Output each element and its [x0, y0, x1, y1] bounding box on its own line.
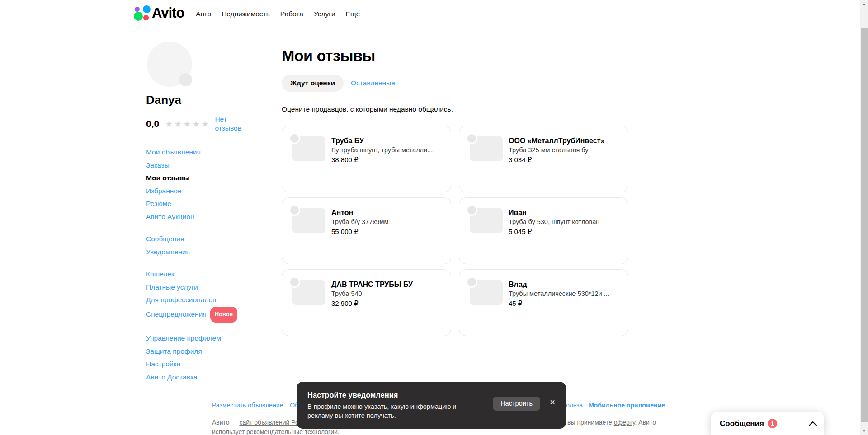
nav-item-auto[interactable]: Авто	[196, 10, 211, 18]
sidebar-menu: Мои объявления Заказы Мои отзывы Избранн…	[146, 146, 255, 384]
avatar[interactable]	[147, 42, 192, 87]
avito-logo-icon	[134, 5, 151, 22]
seller-avatar-icon	[466, 205, 477, 216]
seller-name: Антон	[331, 208, 388, 217]
sidebar-item-settings[interactable]: Настройки	[146, 358, 255, 371]
scrollbar-thumb[interactable]	[861, 28, 868, 422]
item-thumbnail	[470, 280, 503, 305]
sidebar-item-profile-management[interactable]: Управление профилем	[146, 332, 255, 345]
review-cards-grid: Труба БУБу труба шпунт, трубы металли...…	[282, 126, 630, 336]
legal-text: использует	[212, 428, 246, 435]
no-reviews-link[interactable]: Нет отзывов	[215, 115, 247, 133]
sidebar-item-notifications[interactable]: Уведомления	[146, 246, 255, 259]
seller-name: ДАВ ТРАНС ТРУБЫ БУ	[331, 280, 413, 289]
avito-logo[interactable]: Avito	[134, 5, 184, 22]
legal-link-offer[interactable]: оферту	[614, 419, 635, 426]
review-card[interactable]: ИванТруба бу 530, шпунт котлован5 045 ₽	[459, 197, 628, 264]
item-price: 55 000 ₽	[331, 227, 388, 236]
sidebar-item-for-professionals[interactable]: Для профессионалов	[146, 294, 255, 307]
item-price: 32 900 ₽	[331, 299, 413, 308]
item-description: Труба 325 мм стальная бу	[509, 146, 604, 154]
toast-configure-button[interactable]: Настроить	[493, 397, 540, 411]
toast-body: В профиле можно указать, какую информаци…	[307, 402, 463, 420]
seller-avatar-icon	[466, 276, 477, 288]
sidebar-item-favorites[interactable]: Избранное	[146, 185, 255, 198]
footer-link-safety[interactable]: ольза	[566, 402, 583, 409]
seller-name: Труба БУ	[331, 136, 433, 145]
sidebar-item-orders[interactable]: Заказы	[146, 159, 255, 172]
sidebar-divider	[146, 263, 255, 263]
legal-link-recommendation-tech[interactable]: рекомендательные технологии	[246, 428, 338, 435]
item-thumbnail	[470, 208, 503, 233]
sidebar-item-profile-protection[interactable]: Защита профиля	[146, 345, 255, 358]
sidebar-item-label: Спецпредложения	[146, 310, 207, 318]
legal-text: .	[338, 428, 340, 435]
seller-avatar-icon	[466, 133, 477, 144]
footer-legal-right: вы принимаете оферту. Авито	[567, 418, 656, 427]
footer-link-mobile-app[interactable]: Мобильное приложение	[589, 402, 665, 409]
footer-links-right: ольза Мобильное приложение	[566, 402, 665, 409]
item-thumbnail	[292, 280, 326, 305]
subtitle: Оцените продавцов, с которыми недавно об…	[282, 105, 630, 113]
main-content: Мои отзывы Ждут оценки Оставленные Оцени…	[282, 0, 630, 336]
item-price: 3 034 ₽	[509, 155, 604, 164]
tab-awaiting-rating[interactable]: Ждут оценки	[282, 75, 344, 92]
sidebar-divider	[146, 228, 255, 228]
scrollbar[interactable]: ▲ ▼	[860, 0, 868, 435]
messenger-widget[interactable]: Сообщения 1	[711, 412, 824, 435]
unread-count-badge: 1	[768, 419, 777, 428]
avatar-status-icon	[179, 73, 192, 86]
sidebar-item-delivery[interactable]: Авито Доставка	[146, 371, 255, 384]
legal-text: . Авито	[635, 419, 656, 426]
review-card[interactable]: АнтонТруба б/у 377х9мм55 000 ₽	[282, 197, 451, 264]
item-thumbnail	[470, 136, 503, 161]
legal-text: Авито —	[212, 419, 239, 426]
item-description: Трубы металлические 530*12и ...	[509, 290, 609, 298]
notifications-toast: Настройте уведомления В профиле можно ук…	[297, 382, 566, 429]
tab-left-reviews[interactable]: Оставленные	[349, 75, 397, 92]
logo-text: Avito	[152, 5, 184, 21]
review-card[interactable]: ВладТрубы металлические 530*12и ...45 ₽	[459, 269, 628, 336]
page-title: Мои отзывы	[282, 47, 630, 64]
seller-name: Иван	[509, 208, 599, 217]
profile-sidebar: Danya 0,0 ★★★★★ Нет отзывов Мои объявлен…	[146, 42, 255, 384]
rating-row: 0,0 ★★★★★ Нет отзывов	[146, 115, 255, 133]
item-description: Труба бу 530, шпунт котлован	[509, 218, 599, 226]
review-card[interactable]: ДАВ ТРАНС ТРУБЫ БУТруба 54032 900 ₽	[282, 269, 451, 336]
chevron-up-icon[interactable]	[808, 421, 817, 426]
sidebar-item-auction[interactable]: Авито Аукцион	[146, 210, 255, 224]
review-card[interactable]: Труба БУБу труба шпунт, трубы металли...…	[282, 126, 451, 192]
seller-name: Влад	[509, 280, 609, 289]
review-card[interactable]: ООО «МеталлТрубИнвест»Труба 325 мм сталь…	[459, 126, 628, 192]
nav-item-realty[interactable]: Недвижимость	[222, 10, 270, 18]
sidebar-item-resume[interactable]: Резюме	[146, 197, 255, 210]
item-description: Труба 540	[331, 290, 413, 298]
scroll-down-arrow-icon[interactable]: ▼	[860, 427, 868, 435]
close-icon[interactable]: ×	[546, 395, 559, 409]
sidebar-item-paid-services[interactable]: Платные услуги	[146, 281, 255, 294]
rating-stars-icon: ★★★★★	[165, 119, 210, 129]
item-thumbnail	[292, 208, 326, 233]
sidebar-divider	[146, 327, 255, 327]
scroll-up-arrow-icon[interactable]: ▲	[860, 0, 868, 8]
item-price: 45 ₽	[509, 299, 609, 308]
sidebar-item-messages[interactable]: Сообщения	[146, 233, 255, 246]
seller-avatar-icon	[289, 133, 300, 144]
sidebar-item-special-offers[interactable]: СпецпредложенияНовое	[146, 307, 255, 323]
item-thumbnail	[292, 136, 326, 161]
sidebar-item-my-reviews[interactable]: Мои отзывы	[146, 172, 255, 185]
footer-link-post-ad[interactable]: Разместить объявление	[212, 402, 283, 409]
item-price: 38 800 ₽	[331, 155, 433, 164]
item-price: 5 045 ₽	[509, 227, 599, 236]
seller-avatar-icon	[289, 276, 300, 288]
rating-value: 0,0	[146, 118, 159, 129]
new-badge: Новое	[210, 307, 237, 323]
messenger-label: Сообщения	[720, 419, 764, 428]
seller-name: ООО «МеталлТрубИнвест»	[509, 136, 604, 145]
legal-text: вы принимаете	[567, 419, 614, 426]
sidebar-item-wallet[interactable]: Кошелёк	[146, 268, 255, 281]
profile-name: Danya	[146, 93, 255, 107]
reviews-tabs: Ждут оценки Оставленные	[282, 75, 630, 92]
sidebar-item-my-ads[interactable]: Мои объявления	[146, 146, 255, 159]
item-description: Бу труба шпунт, трубы металли...	[331, 146, 433, 154]
